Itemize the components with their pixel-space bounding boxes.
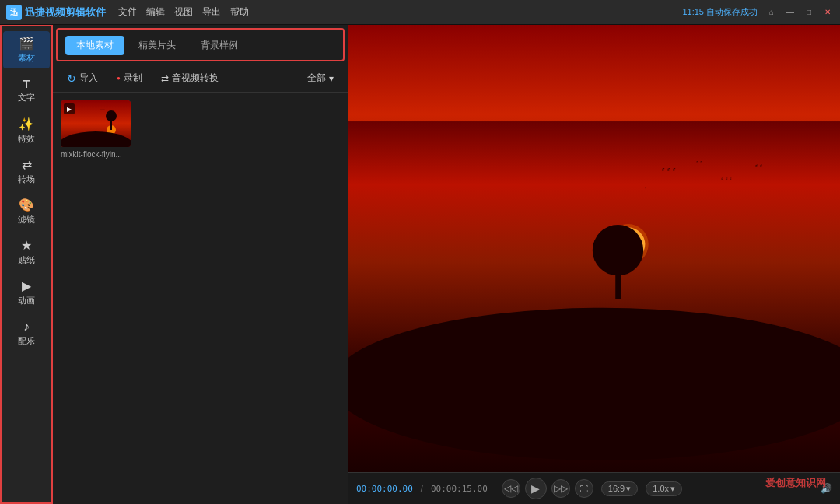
convert-icon: ⇄: [161, 73, 169, 84]
menu-edit[interactable]: 编辑: [146, 5, 165, 19]
filter-button[interactable]: 全部 ▾: [301, 69, 340, 87]
minimize-button[interactable]: —: [784, 6, 796, 19]
sidebar-item-text[interactable]: T 文字: [3, 72, 50, 109]
svg-text:⸗ ⸗ ⸗: ⸗ ⸗ ⸗: [662, 164, 676, 173]
save-status: 11:15 自动保存成功: [682, 6, 758, 18]
menu-export[interactable]: 导出: [202, 5, 221, 19]
tab-backgrounds[interactable]: 背景样例: [190, 36, 249, 55]
thumb-play-icon: ▶: [64, 103, 75, 114]
import-icon: ↻: [67, 72, 76, 85]
speed-label: 1.0x: [653, 484, 669, 493]
titlebar-left: 迅 迅捷视频剪辑软件 文件 编辑 视图 导出 帮助: [6, 5, 249, 20]
record-button[interactable]: ● 录制: [110, 69, 149, 87]
sidebar-label-text: 文字: [18, 92, 35, 103]
preview-controls: 00:00:00.00 / 00:00:15.00 ◁◁ ▶ ▷▷ ⛶ 16:9…: [348, 472, 840, 504]
svg-text:⸗ ⸗: ⸗ ⸗: [696, 158, 702, 166]
svg-point-16: [593, 225, 643, 275]
sidebar-label-transition: 转场: [18, 173, 35, 185]
logo-icon: 迅: [6, 5, 22, 20]
tab-bar: 本地素材 精美片头 背景样例: [56, 28, 345, 61]
tab-local-media[interactable]: 本地素材: [65, 36, 124, 55]
transition-icon: ⇄: [22, 157, 32, 172]
sidebar: 🎬 素材 T 文字 ✨ 特效 ⇄ 转场 🎨 滤镜 ★ 贴纸 ▶ 动画 ♪ 配: [0, 25, 53, 504]
menu-view[interactable]: 视图: [174, 5, 193, 19]
menu-file[interactable]: 文件: [118, 5, 137, 19]
svg-text:⸗ ⸗ ⸗: ⸗ ⸗ ⸗: [721, 175, 731, 182]
time-separator: /: [421, 484, 423, 493]
import-button[interactable]: ↻ 导入: [61, 69, 104, 87]
sticker-icon: ★: [21, 238, 32, 253]
filter-label: 全部: [307, 72, 326, 85]
sidebar-label-material: 素材: [18, 52, 35, 64]
svg-text:⸗: ⸗: [645, 184, 646, 190]
menu-bar: 文件 编辑 视图 导出 帮助: [118, 5, 249, 19]
sidebar-item-sticker[interactable]: ★ 贴纸: [3, 233, 50, 271]
animation-icon: ▶: [22, 278, 31, 293]
close-button[interactable]: ✕: [821, 6, 834, 19]
svg-point-14: [348, 308, 840, 460]
total-time: 00:00:15.00: [431, 484, 488, 494]
content-area: 本地素材 精美片头 背景样例 ↻ 导入 ● 录制 ⇄ 音视频转换: [53, 25, 840, 504]
ratio-chevron-icon: ▾: [626, 484, 631, 494]
preview-video: ⸗ ⸗ ⸗ ⸗ ⸗ ⸗ ⸗ ⸗ ⸗ ⸗ ⸗: [348, 25, 840, 472]
titlebar-right: 11:15 自动保存成功 ⌂ — □ ✕: [682, 6, 834, 19]
app-logo: 迅 迅捷视频剪辑软件: [6, 5, 106, 20]
playback-controls: ◁◁ ▶ ▷▷ ⛶: [502, 478, 593, 499]
preview-background: ⸗ ⸗ ⸗ ⸗ ⸗ ⸗ ⸗ ⸗ ⸗ ⸗ ⸗: [348, 25, 840, 472]
window-controls: ⌂ — □ ✕: [765, 6, 834, 19]
speed-chevron-icon: ▾: [670, 484, 675, 494]
main-area: 🎬 素材 T 文字 ✨ 特效 ⇄ 转场 🎨 滤镜 ★ 贴纸 ▶ 动画 ♪ 配: [0, 25, 840, 504]
import-label: 导入: [79, 72, 98, 85]
volume-area: 🔊: [821, 483, 832, 494]
prev-frame-button[interactable]: ◁◁: [502, 479, 520, 498]
record-dot-icon: ●: [117, 75, 121, 82]
audio-icon: ♪: [23, 320, 30, 334]
sidebar-label-audio: 配乐: [18, 335, 35, 347]
svg-text:⸗ ⸗: ⸗ ⸗: [755, 161, 762, 170]
preview-panel: ⸗ ⸗ ⸗ ⸗ ⸗ ⸗ ⸗ ⸗ ⸗ ⸗ ⸗ 00:: [348, 25, 840, 504]
sidebar-item-audio[interactable]: ♪ 配乐: [3, 314, 50, 352]
text-icon: T: [23, 78, 30, 90]
media-item[interactable]: ...... ▶ mixkit-flock-flyin...: [61, 100, 131, 159]
sidebar-item-filter[interactable]: 🎨 滤镜: [3, 193, 50, 230]
svg-text:......: ......: [100, 107, 105, 110]
material-icon: 🎬: [19, 36, 34, 51]
ratio-label: 16:9: [608, 484, 625, 493]
next-frame-button[interactable]: ▷▷: [551, 479, 570, 498]
record-label: 录制: [124, 72, 142, 85]
media-label: mixkit-flock-flyin...: [61, 150, 131, 159]
media-thumbnail: ...... ▶: [61, 100, 131, 147]
svg-point-4: [106, 110, 117, 121]
sidebar-item-transition[interactable]: ⇄ 转场: [3, 152, 50, 190]
filter-icon: 🎨: [19, 198, 34, 212]
current-time: 00:00:00.00: [356, 484, 413, 494]
convert-button[interactable]: ⇄ 音视频转换: [155, 69, 225, 87]
play-button[interactable]: ▶: [525, 478, 547, 499]
speed-button[interactable]: 1.0x ▾: [646, 481, 682, 496]
fullscreen-button[interactable]: ⛶: [575, 479, 593, 498]
menu-help[interactable]: 帮助: [230, 5, 249, 19]
sidebar-label-filter: 滤镜: [18, 214, 35, 226]
app-title: 迅捷视频剪辑软件: [25, 5, 106, 19]
titlebar: 迅 迅捷视频剪辑软件 文件 编辑 视图 导出 帮助 11:15 自动保存成功 ⌂…: [0, 0, 840, 25]
sidebar-item-material[interactable]: 🎬 素材: [3, 31, 50, 68]
media-panel: 本地素材 精美片头 背景样例 ↻ 导入 ● 录制 ⇄ 音视频转换: [53, 25, 348, 504]
volume-icon: 🔊: [821, 483, 832, 494]
convert-label: 音视频转换: [172, 72, 219, 85]
home-button[interactable]: ⌂: [765, 6, 778, 19]
media-grid: ...... ▶ mixkit-flock-flyin...: [53, 93, 348, 504]
sidebar-label-sticker: 贴纸: [18, 254, 35, 266]
media-toolbar: ↻ 导入 ● 录制 ⇄ 音视频转换 全部 ▾: [53, 65, 348, 93]
maximize-button[interactable]: □: [803, 6, 815, 19]
sidebar-label-effect: 特效: [18, 133, 35, 145]
sidebar-item-animation[interactable]: ▶ 动画: [3, 274, 50, 311]
sidebar-label-animation: 动画: [18, 295, 35, 306]
effect-icon: ✨: [19, 117, 34, 131]
sidebar-item-effect[interactable]: ✨ 特效: [3, 112, 50, 149]
aspect-ratio-button[interactable]: 16:9 ▾: [601, 481, 638, 496]
tab-featured-clips[interactable]: 精美片头: [128, 36, 187, 55]
chevron-down-icon: ▾: [329, 73, 334, 84]
tab-buttons: 本地素材 精美片头 背景样例: [65, 36, 335, 55]
